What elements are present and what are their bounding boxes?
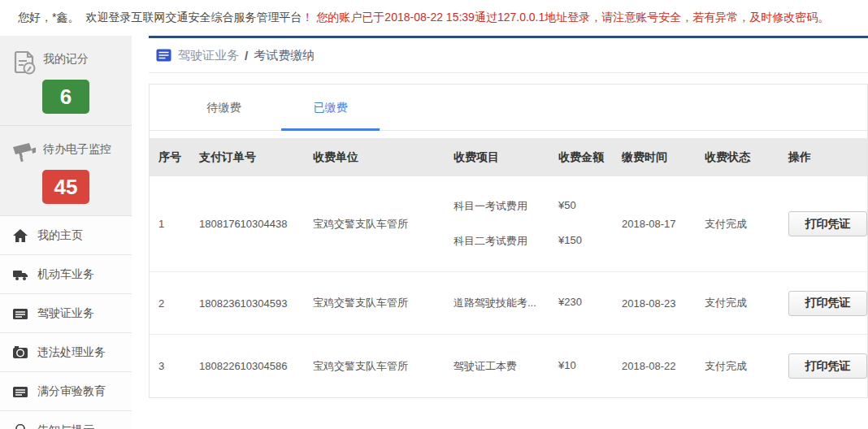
bell-icon <box>12 422 28 429</box>
cell-fee-items: 科目一考试费用 ¥50 科目二考试费用 ¥150 <box>454 199 622 249</box>
menu-label: 违法处理业务 <box>37 345 106 360</box>
header-fee-item: 收费项目 <box>454 150 558 165</box>
menu-label: 我的主页 <box>37 228 83 243</box>
sidebar-item-vehicle-services[interactable]: 机动车业务 <box>0 255 132 294</box>
fee-tabs: 待缴费 已缴费 <box>150 84 867 131</box>
id-card-icon <box>156 49 171 62</box>
truck-icon <box>12 266 28 283</box>
sidebar-item-full-score-education[interactable]: 满分审验教育 <box>0 372 132 411</box>
cell-order-no: 180823610304593 <box>199 297 313 310</box>
breadcrumb-section[interactable]: 驾驶证业务 <box>178 48 239 63</box>
stat-label: 待办电子监控 <box>43 139 111 157</box>
print-receipt-button[interactable]: 打印凭证 <box>788 353 867 379</box>
table-header-row: 序号 支付订单号 收费单位 收费项目 收费金额 缴费时间 收费状态 操作 <box>150 138 867 176</box>
exam-fee-panel: 待缴费 已缴费 序号 支付订单号 收费单位 收费项目 收费金额 缴费时间 收费状… <box>149 84 868 398</box>
cell-fee-items: 道路驾驶技能考... ¥230 <box>454 296 622 310</box>
user-greeting: 您好，*鑫。 <box>18 11 79 25</box>
sidebar-item-my-homepage[interactable]: 我的主页 <box>0 216 132 255</box>
print-receipt-button[interactable]: 打印凭证 <box>788 211 867 236</box>
cell-charging-unit: 宝鸡交警支队车管所 <box>313 296 454 310</box>
cell-payment-status: 支付完成 <box>705 296 788 310</box>
menu-label: 驾驶证业务 <box>37 306 94 321</box>
cell-charging-unit: 宝鸡交警支队车管所 <box>313 359 454 374</box>
menu-label: 满分审验教育 <box>37 384 106 399</box>
sidebar-stat-pending-surveillance[interactable]: 待办电子监控 45 <box>0 126 132 216</box>
fee-item-amount: ¥10 <box>558 359 576 374</box>
sidebar-item-notices-tips[interactable]: 告知与提示 <box>0 411 132 429</box>
welcome-banner: 您好，*鑫。 欢迎登录互联网交通安全综合服务管理平台 ！ 您的账户已于2018-… <box>0 0 868 36</box>
table-row: 2 180823610304593 宝鸡交警支队车管所 道路驾驶技能考... ¥… <box>150 272 867 335</box>
cell-payment-status: 支付完成 <box>705 217 788 232</box>
sidebar-item-drivers-license-services[interactable]: 驾驶证业务 <box>0 294 132 333</box>
header-payment-date: 缴费时间 <box>622 150 705 165</box>
header-fee-amount: 收费金额 <box>558 150 622 165</box>
id-card-icon <box>12 384 28 400</box>
fee-item-name: 科目一考试费用 <box>454 199 558 214</box>
cell-order-no: 180822610304586 <box>199 360 313 372</box>
table-row: 3 180822610304586 宝鸡交警支队车管所 驾驶证工本费 ¥10 2… <box>150 335 867 397</box>
login-alert-text: ！ 您的账户已于2018-08-22 15:39通过127.0.0.1地址登录，… <box>302 11 829 25</box>
cell-charging-unit: 宝鸡交警支队车管所 <box>313 217 454 232</box>
breadcrumb-separator: / <box>245 49 248 63</box>
breadcrumb: 驾驶证业务 / 考试费缴纳 <box>149 38 868 73</box>
tab-pending-payment[interactable]: 待缴费 <box>171 84 277 130</box>
fee-line: 驾驶证工本费 ¥10 <box>454 359 622 374</box>
fee-line: 科目二考试费用 ¥150 <box>454 234 622 249</box>
cell-index: 2 <box>158 297 199 310</box>
menu-label: 告知与提示 <box>37 423 94 429</box>
cctv-camera-icon <box>11 139 38 167</box>
header-charging-unit: 收费单位 <box>313 150 454 165</box>
page-title: 考试费缴纳 <box>254 48 315 63</box>
cell-index: 3 <box>158 360 199 372</box>
fee-item-name: 驾驶证工本费 <box>454 359 558 374</box>
fee-item-name: 道路驾驶技能考... <box>454 296 558 310</box>
sidebar: 我的记分 6 待办电子监控 45 <box>0 36 132 429</box>
fee-line: 道路驾驶技能考... ¥230 <box>454 296 622 310</box>
cell-index: 1 <box>158 218 199 230</box>
cell-payment-status: 支付完成 <box>705 359 788 374</box>
header-payment-status: 收费状态 <box>705 150 788 165</box>
cell-fee-items: 驾驶证工本费 ¥10 <box>454 359 622 374</box>
cell-payment-date: 2018-08-22 <box>622 360 705 372</box>
menu-label: 机动车业务 <box>37 267 94 282</box>
fee-item-amount: ¥50 <box>558 199 576 214</box>
tab-paid[interactable]: 已缴费 <box>277 84 384 130</box>
fee-item-name: 科目二考试费用 <box>454 234 558 249</box>
points-badge: 6 <box>42 80 89 114</box>
fee-item-amount: ¥150 <box>558 234 582 249</box>
welcome-text: 欢迎登录互联网交通安全综合服务管理平台 <box>85 11 302 25</box>
fee-line: 科目一考试费用 ¥50 <box>454 199 622 214</box>
header-index: 序号 <box>158 150 199 165</box>
print-receipt-button[interactable]: 打印凭证 <box>788 291 867 316</box>
cell-order-no: 180817610304438 <box>199 218 313 230</box>
surveillance-badge: 45 <box>42 170 89 204</box>
sidebar-stat-my-points[interactable]: 我的记分 6 <box>0 36 132 126</box>
header-actions: 操作 <box>788 150 867 165</box>
cell-payment-date: 2018-08-23 <box>622 297 705 310</box>
fee-item-amount: ¥230 <box>558 296 582 310</box>
sidebar-item-violation-handling[interactable]: 违法处理业务 <box>0 333 132 372</box>
main-content: 驾驶证业务 / 考试费缴纳 待缴费 已缴费 序号 支付订单号 收费单位 收费项目… <box>149 36 868 429</box>
table-row: 1 180817610304438 宝鸡交警支队车管所 科目一考试费用 ¥50 … <box>150 176 867 272</box>
home-icon <box>12 228 28 244</box>
page-body: 我的记分 6 待办电子监控 45 <box>0 36 868 429</box>
stat-label: 我的记分 <box>43 49 89 67</box>
camera-icon <box>12 344 28 361</box>
id-card-icon <box>12 306 28 322</box>
cell-payment-date: 2018-08-17 <box>622 218 705 230</box>
score-document-icon <box>11 49 38 76</box>
header-order-no: 支付订单号 <box>199 150 313 165</box>
